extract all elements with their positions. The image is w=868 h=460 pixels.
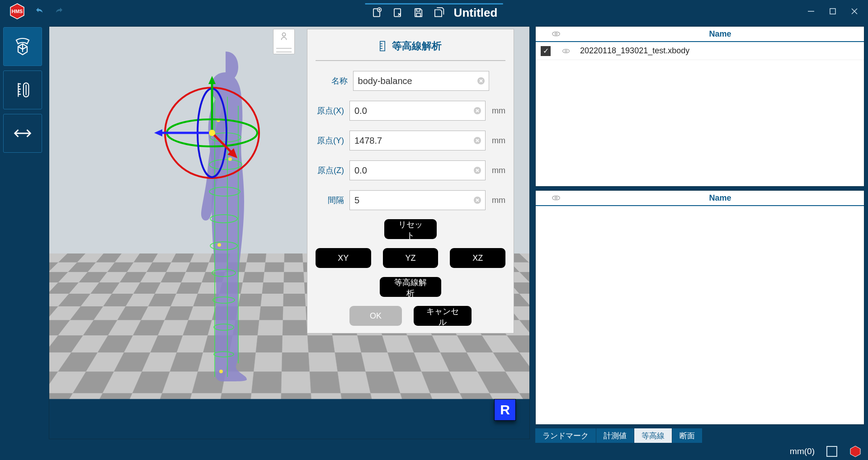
svg-point-60 [552,32,560,36]
origin-x-input[interactable] [349,101,486,121]
tool-rail [0,23,45,443]
clear-y-icon[interactable] [473,136,482,145]
svg-point-30 [219,370,223,373]
svg-point-62 [563,49,570,52]
dialog-title: 等高線解析 [392,39,442,53]
titlebar-left: HMS [0,2,64,20]
cancel-button[interactable]: キャンセル [414,306,472,326]
view-right-badge[interactable]: R [494,399,516,421]
maximize-icon[interactable] [828,7,837,16]
label-name: 名称 [316,75,349,86]
label-origin-y: 原点(Y) [316,135,345,146]
visibility-header-icon [536,29,576,39]
origin-y-input[interactable] [349,131,486,150]
document-title: Untitled [454,6,498,20]
yz-button[interactable]: YZ [383,248,439,268]
svg-point-65 [555,197,557,199]
open-file-icon[interactable] [392,6,404,19]
svg-rect-4 [394,9,401,16]
dialog-header: 等高線解析 [316,36,505,61]
row-checkbox[interactable]: ✓ [536,46,556,56]
window-controls [807,0,864,23]
bottom-tabs: ランドマーク計測値等高線断面 [535,428,864,443]
svg-marker-35 [208,76,216,84]
svg-point-63 [565,50,567,52]
tab-2[interactable]: 等高線 [634,428,672,443]
label-interval: 間隔 [316,195,345,206]
reset-button[interactable]: リセット [384,219,437,239]
clear-z-icon[interactable] [473,166,482,175]
svg-point-64 [552,196,560,200]
viewport-3d[interactable]: R 等高線解析 名称 原点(X) mm [49,26,530,439]
contour-analysis-dialog: 等高線解析 名称 原点(X) mm 原点(Y) [307,29,514,333]
status-unit[interactable]: mm(0) [790,446,815,456]
new-file-icon[interactable] [371,6,383,19]
workspace: R 等高線解析 名称 原点(X) mm [0,23,868,443]
svg-line-38 [212,133,233,154]
secondary-list-header-name: Name [576,193,864,203]
row-visibility-icon[interactable] [556,47,576,56]
xz-button[interactable]: XZ [450,248,505,268]
tab-1[interactable]: 計測値 [596,428,634,443]
status-hex-icon[interactable] [849,445,862,458]
status-bar: mm(0) [0,443,868,460]
unit-x: mm [490,106,505,116]
object-list-header-name: Name [576,29,864,39]
ok-button[interactable]: OK [349,306,402,326]
label-origin-z: 原点(Z) [316,165,345,176]
secondary-list-panel: Name [535,190,864,425]
tool-view-cube[interactable] [3,27,42,66]
svg-point-29 [217,243,221,247]
svg-rect-8 [830,9,835,14]
tab-3[interactable]: 断面 [672,428,703,443]
interval-input[interactable] [349,190,486,210]
name-input[interactable] [353,71,489,91]
svg-point-14 [282,33,285,36]
xy-button[interactable]: XY [316,248,371,268]
app-logo: HMS [8,2,26,20]
status-square-icon[interactable] [826,446,837,457]
unit-y: mm [490,136,505,146]
clear-interval-icon[interactable] [473,196,482,205]
svg-marker-37 [154,129,162,136]
view-orientation-widget[interactable] [273,29,295,54]
svg-point-40 [209,130,215,136]
unit-z: mm [490,166,505,175]
object-list-panel: Name ✓ 20220118_193021_test.xbody [535,26,864,187]
undo-icon[interactable] [34,6,45,17]
save-all-icon[interactable] [433,6,446,19]
list-item[interactable]: ✓ 20220118_193021_test.xbody [536,42,864,60]
save-icon[interactable] [412,6,425,19]
tab-0[interactable]: ランドマーク [535,428,596,443]
secondary-list-header: Name [536,191,864,206]
minimize-icon[interactable] [807,7,816,16]
titlebar: HMS Untitled [0,0,868,23]
origin-z-input[interactable] [349,160,486,180]
svg-marker-66 [850,446,860,457]
clear-name-icon[interactable] [476,76,486,85]
redo-icon[interactable] [53,6,64,17]
visibility-header-icon-2 [536,193,576,203]
tool-transform[interactable] [3,114,42,153]
svg-rect-5 [416,9,420,11]
titlebar-center: Untitled [365,3,503,20]
analyze-button[interactable]: 等高線解析 [380,277,441,297]
svg-text:HMS: HMS [12,9,23,14]
svg-point-61 [555,33,557,35]
right-pane: Name ✓ 20220118_193021_test.xbody Name ラ… [533,23,868,443]
tool-measure[interactable] [3,70,42,109]
close-icon[interactable] [850,7,859,16]
row-name: 20220118_193021_test.xbody [576,46,864,56]
unit-interval: mm [490,196,505,205]
ruler-icon [379,40,386,52]
transform-gizmo[interactable] [153,74,271,192]
clear-x-icon[interactable] [473,106,482,115]
label-origin-x: 原点(X) [316,105,345,116]
svg-rect-6 [416,13,420,17]
object-list-header: Name [536,27,864,42]
